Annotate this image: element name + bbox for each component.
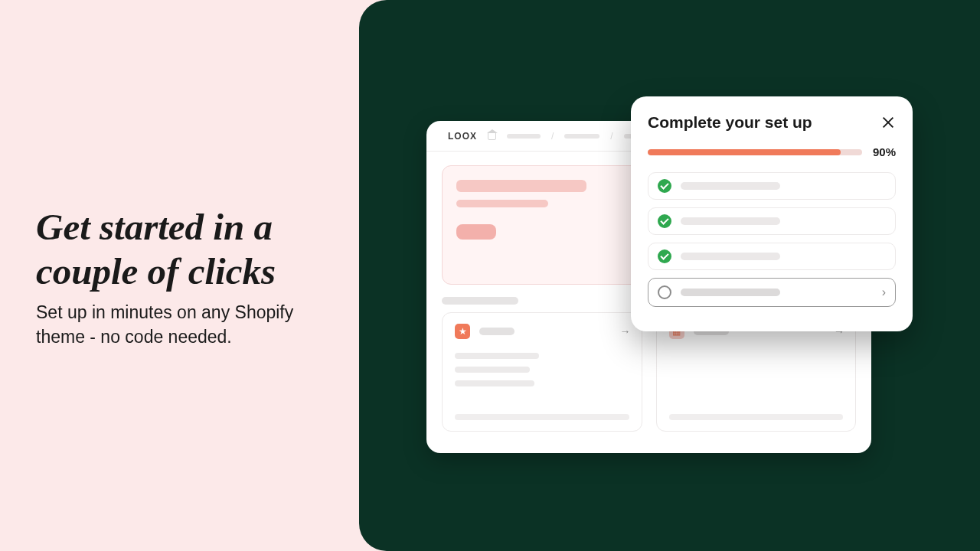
breadcrumb-separator: /	[610, 131, 612, 142]
setup-popover: Complete your set up 90% ›	[631, 96, 913, 331]
feature-card[interactable]: ★ →	[442, 312, 642, 432]
skeleton-line	[456, 180, 586, 192]
setup-task-done[interactable]	[648, 243, 896, 270]
empty-circle-icon	[658, 285, 671, 299]
popover-title: Complete your set up	[648, 113, 812, 132]
chevron-right-icon: ›	[882, 285, 886, 299]
skeleton-line	[479, 328, 514, 335]
skeleton-line	[455, 367, 530, 373]
breadcrumb-separator: /	[551, 131, 554, 142]
breadcrumb-item	[507, 134, 541, 139]
breadcrumb-item	[564, 134, 599, 139]
section-label-skeleton	[442, 297, 518, 305]
check-circle-icon	[658, 214, 671, 228]
skeleton-line	[455, 353, 539, 359]
setup-task-done[interactable]	[648, 207, 896, 235]
star-icon: ★	[455, 324, 470, 339]
progress-fill	[648, 149, 841, 155]
skeleton-line	[681, 289, 780, 296]
skeleton-line	[681, 217, 780, 225]
progress-bar: 90%	[648, 145, 896, 158]
check-circle-icon	[658, 179, 671, 193]
marketing-headline: Get started in a couple of clicks	[36, 205, 327, 294]
skeleton-line	[681, 182, 780, 190]
home-icon	[488, 132, 496, 140]
arrow-right-icon: →	[620, 325, 631, 337]
skeleton-line	[456, 200, 548, 207]
skeleton-line	[455, 414, 629, 420]
brand-logo: LOOX	[448, 131, 477, 142]
close-icon[interactable]	[880, 115, 896, 130]
progress-percent: 90%	[873, 145, 896, 158]
setup-task-done[interactable]	[648, 172, 896, 200]
skeleton-line	[681, 253, 780, 260]
skeleton-line	[455, 380, 534, 386]
skeleton-line	[669, 414, 844, 420]
marketing-subhead: Set up in minutes on any Shopify theme -…	[36, 300, 312, 349]
check-circle-icon	[658, 249, 671, 263]
skeleton-button	[456, 224, 496, 240]
setup-task-pending[interactable]: ›	[648, 278, 896, 307]
